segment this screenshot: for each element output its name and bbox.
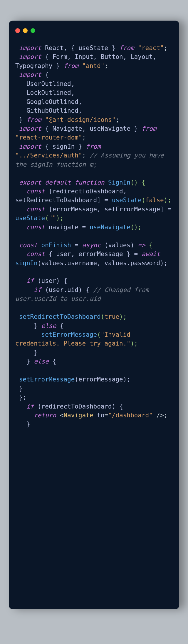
maximize-icon[interactable] [31,28,35,33]
code-content: import React, { useState } from "react";… [15,44,173,429]
close-icon[interactable] [15,28,20,33]
minimize-icon[interactable] [23,28,28,33]
window-traffic-lights [15,28,173,33]
code-window: import React, { useState } from "react";… [9,21,179,609]
